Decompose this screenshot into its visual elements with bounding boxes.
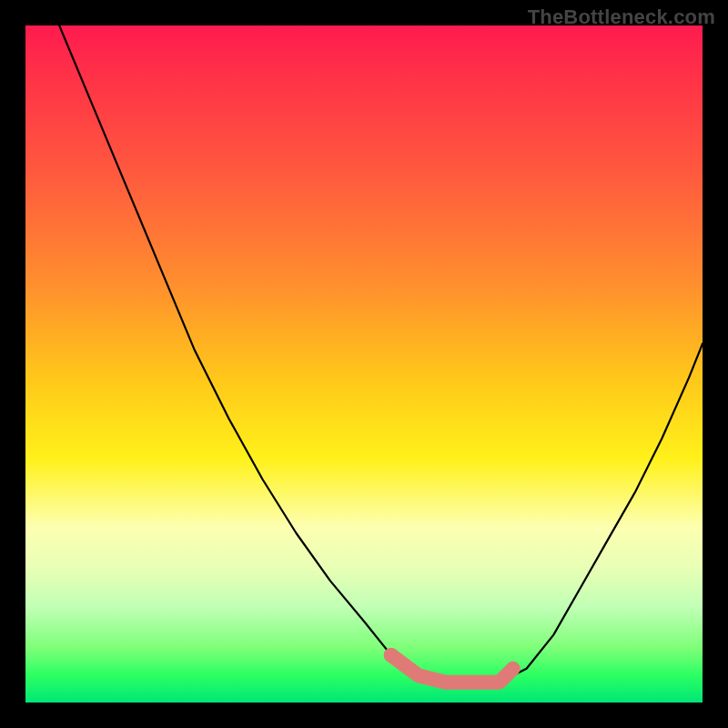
trough-marker-dot-icon	[384, 648, 399, 662]
plot-area	[25, 25, 703, 703]
chart-frame: TheBottleneck.com	[0, 0, 728, 728]
watermark-label: TheBottleneck.com	[528, 5, 715, 29]
trough-highlight	[25, 25, 703, 703]
trough-highlight-stroke	[391, 655, 513, 682]
